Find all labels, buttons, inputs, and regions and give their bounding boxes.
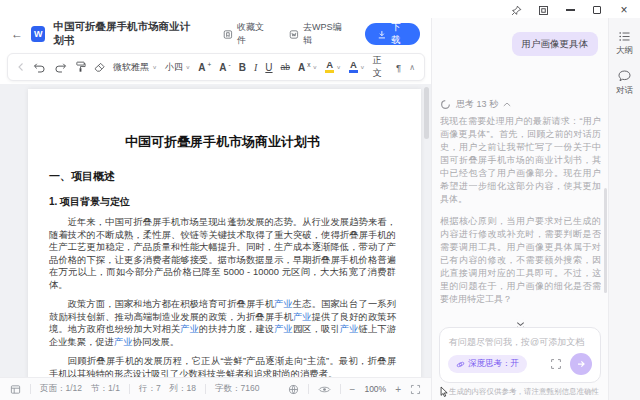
document-title: 中国可折叠屏手机市场商业计划书 [53, 20, 195, 48]
increase-font-button[interactable]: A+ [198, 62, 211, 73]
thinking-spinner-icon [440, 99, 451, 110]
doc-heading-1: 一、项目概述 [49, 169, 396, 184]
chat-input-box[interactable]: 有问题尽管问我，按@可添加文档 深度思考：开 [439, 327, 601, 383]
deep-think-icon [456, 360, 465, 369]
chat-input-placeholder: 有问题尽管问我，按@可添加文档 [449, 336, 591, 349]
toolbar-collapse-icon[interactable] [17, 62, 25, 72]
doc-heading-2: 1. 项目背景与定位 [49, 195, 396, 209]
document-titlebar: ← W 中国可折叠屏手机市场商业计划书 收藏文件 去WPS编辑 下载 [0, 18, 431, 50]
user-message-bubble: 用户画像更具体 [512, 32, 599, 56]
favorite-file-button[interactable]: 收藏文件 [223, 21, 269, 47]
font-color-button[interactable]: A ∨ [349, 61, 365, 73]
bookmark-icon [223, 29, 233, 40]
document-page[interactable]: 中国可折叠屏手机市场商业计划书 一、项目概述 1. 项目背景与定位 近年来，中国… [28, 89, 421, 377]
highlight-swatch [325, 70, 334, 73]
thinking-paragraph: 我现在需要处理用户的最新请求：“用户画像更具体”。首先，回顾之前的对话历史，用户… [440, 115, 601, 206]
paragraph-mark-icon[interactable]: ¶ [396, 62, 401, 73]
highlight-color-button[interactable]: A ∨ [325, 61, 341, 73]
font-name-select[interactable]: 微软雅黑∨ [113, 61, 157, 74]
ai-disclaimer: 生成的内容仅供参考，请注意甄别信息准确性 [449, 387, 606, 397]
thinking-header[interactable]: 思考 13 秒 [440, 98, 511, 111]
status-page: 页面：1/12 [40, 383, 82, 395]
status-bar: 页面：1/12 节：1/1 行：7 列：18 字数：7160 − 100% + [0, 377, 431, 400]
decrease-font-button[interactable]: A- [219, 62, 230, 73]
maximize-icon[interactable] [591, 4, 603, 16]
format-painter-icon[interactable] [75, 61, 86, 73]
tab-outline[interactable]: 大纲 [616, 31, 633, 57]
deep-think-toggle[interactable]: 深度思考：开 [448, 355, 527, 373]
chevron-up-icon [503, 102, 511, 107]
paragraph-style-select[interactable]: 正文 [373, 54, 388, 80]
side-rail: 大纲 对话 [608, 18, 640, 400]
thinking-paragraph: 根据核心原则，当用户要求对已生成的内容进行修改或补充时，需要判断是否需要调用工具… [440, 215, 601, 306]
document-scrollbar[interactable] [424, 87, 429, 139]
window-controls: × [510, 3, 630, 17]
panel-scrollbar[interactable] [604, 188, 607, 293]
fullscreen-icon[interactable] [410, 384, 421, 395]
status-section: 节：1/1 [91, 383, 120, 395]
eye-icon[interactable] [318, 385, 331, 394]
chevron-down-icon: ∨ [186, 64, 191, 70]
strikethrough-button[interactable]: ab [281, 62, 290, 72]
download-button[interactable]: 下载 [365, 23, 420, 45]
page-layout-icon[interactable] [10, 384, 21, 395]
tab-chat[interactable]: 对话 [616, 70, 633, 97]
wps-doc-logo: W [31, 26, 45, 42]
clear-format-icon[interactable] [94, 62, 105, 73]
zoom-in-button[interactable]: + [395, 384, 401, 395]
doc-paragraph-3: 回顾折叠屏手机的发展历程，它正从“尝鲜”产品逐渐走向“主流”。最初，折叠屏手机以… [49, 355, 396, 377]
font-size-select[interactable]: 小四∨ [165, 61, 190, 74]
download-icon [377, 29, 387, 40]
document-canvas: 中国可折叠屏手机市场商业计划书 一、项目概述 1. 项目背景与定位 近年来，中国… [0, 84, 431, 377]
doc-paragraph-1: 近年来，中国可折叠屏手机市场呈现出蓬勃发展的态势。从行业发展趋势来看，随着技术的… [49, 216, 396, 291]
italic-button[interactable]: I [254, 62, 257, 73]
zoom-out-button[interactable]: − [350, 384, 356, 395]
chevron-down-icon: ∨ [360, 64, 365, 70]
status-word-count: 字数：7160 [215, 383, 259, 395]
doc-heading-title: 中国可折叠屏手机市场商业计划书 [49, 133, 396, 151]
status-line: 行：7 [139, 383, 161, 395]
outline-list-icon [618, 31, 631, 42]
doc-paragraph-2: 政策方面，国家和地方都在积极培育可折叠屏手机产业生态。国家出台了一系列鼓励科技创… [49, 298, 396, 348]
close-icon[interactable]: × [618, 4, 630, 16]
underline-button[interactable]: U [265, 62, 272, 73]
collapse-toolbar-icon[interactable]: ∧ [409, 63, 415, 72]
zoom-level[interactable]: 100% [364, 384, 386, 394]
document-area: ← W 中国可折叠屏手机市场商业计划书 收藏文件 去WPS编辑 下载 [0, 18, 431, 400]
chat-bubble-icon [618, 70, 631, 82]
app-window: ← W 中国可折叠屏手机市场商业计划书 收藏文件 去WPS编辑 下载 [0, 18, 640, 400]
formatting-toolbar: 微软雅黑∨ 小四∨ A+ A- B I U ab Ax∨ A ∨ A ∨ 正文 … [7, 53, 425, 81]
expand-input-icon[interactable] [550, 358, 562, 370]
open-in-wps-button[interactable]: 去WPS编辑 [289, 21, 345, 47]
chevron-down-icon: ∨ [336, 64, 341, 70]
ai-assistant-panel: 用户画像更具体 思考 13 秒 我现在需要处理用户的最新请求：“用户画像更具体”… [431, 18, 608, 400]
superscript-button[interactable]: Ax∨ [298, 62, 317, 73]
undo-icon[interactable] [33, 62, 46, 73]
wps-badge-icon [289, 29, 299, 40]
thinking-label: 思考 13 秒 [456, 98, 498, 111]
restore-window-icon[interactable] [537, 4, 549, 16]
thinking-content: 我现在需要处理用户的最新请求：“用户画像更具体”。首先，回顾之前的对话历史，用户… [440, 115, 601, 312]
font-color-swatch [349, 70, 358, 73]
translate-icon[interactable] [288, 384, 299, 395]
bold-button[interactable]: B [239, 62, 246, 73]
status-column: 列：18 [170, 383, 196, 395]
send-button[interactable] [570, 353, 592, 375]
mouse-cursor [439, 386, 449, 398]
chevron-down-icon: ∨ [152, 64, 157, 70]
send-icon [576, 359, 586, 369]
minimize-icon[interactable] [564, 4, 576, 16]
pin-window-icon[interactable] [510, 4, 522, 16]
redo-icon[interactable] [54, 62, 67, 73]
chevron-down-icon: ∨ [313, 64, 318, 70]
back-icon[interactable]: ← [11, 27, 23, 41]
